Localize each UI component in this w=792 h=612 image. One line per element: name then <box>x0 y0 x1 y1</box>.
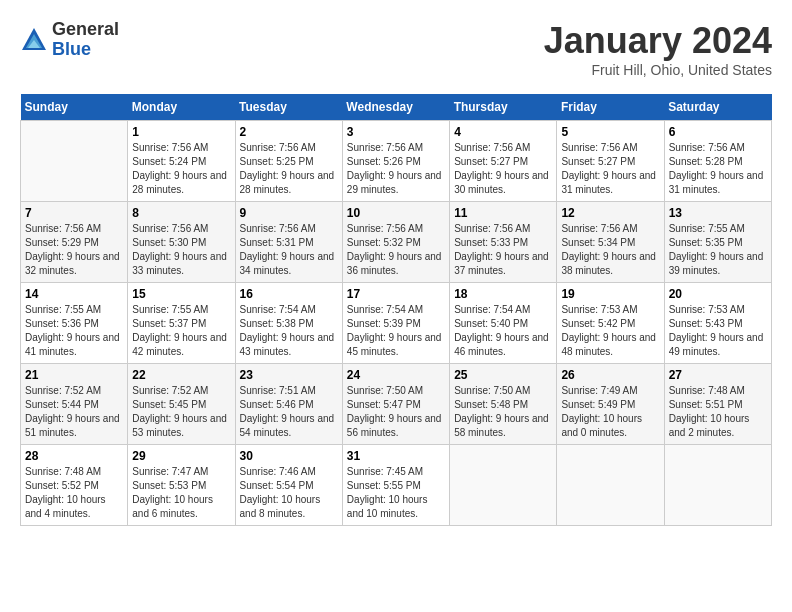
day-number: 5 <box>561 125 659 139</box>
day-number: 18 <box>454 287 552 301</box>
table-row: 16Sunrise: 7:54 AMSunset: 5:38 PMDayligh… <box>235 283 342 364</box>
table-row: 17Sunrise: 7:54 AMSunset: 5:39 PMDayligh… <box>342 283 449 364</box>
table-row: 2Sunrise: 7:56 AMSunset: 5:25 PMDaylight… <box>235 121 342 202</box>
day-info: Sunrise: 7:54 AMSunset: 5:40 PMDaylight:… <box>454 303 552 359</box>
logo-general-text: General <box>52 19 119 39</box>
day-info: Sunrise: 7:50 AMSunset: 5:48 PMDaylight:… <box>454 384 552 440</box>
page-header: General Blue January 2024 Fruit Hill, Oh… <box>20 20 772 78</box>
title-section: January 2024 Fruit Hill, Ohio, United St… <box>544 20 772 78</box>
table-row: 7Sunrise: 7:56 AMSunset: 5:29 PMDaylight… <box>21 202 128 283</box>
calendar-title: January 2024 <box>544 20 772 62</box>
table-row: 24Sunrise: 7:50 AMSunset: 5:47 PMDayligh… <box>342 364 449 445</box>
day-number: 2 <box>240 125 338 139</box>
day-info: Sunrise: 7:56 AMSunset: 5:32 PMDaylight:… <box>347 222 445 278</box>
table-row: 27Sunrise: 7:48 AMSunset: 5:51 PMDayligh… <box>664 364 771 445</box>
table-row: 13Sunrise: 7:55 AMSunset: 5:35 PMDayligh… <box>664 202 771 283</box>
day-info: Sunrise: 7:53 AMSunset: 5:42 PMDaylight:… <box>561 303 659 359</box>
table-row: 26Sunrise: 7:49 AMSunset: 5:49 PMDayligh… <box>557 364 664 445</box>
day-number: 22 <box>132 368 230 382</box>
day-number: 11 <box>454 206 552 220</box>
table-row: 31Sunrise: 7:45 AMSunset: 5:55 PMDayligh… <box>342 445 449 526</box>
calendar-week-3: 14Sunrise: 7:55 AMSunset: 5:36 PMDayligh… <box>21 283 772 364</box>
day-header-sunday: Sunday <box>21 94 128 121</box>
day-header-friday: Friday <box>557 94 664 121</box>
day-info: Sunrise: 7:56 AMSunset: 5:27 PMDaylight:… <box>561 141 659 197</box>
day-number: 20 <box>669 287 767 301</box>
day-number: 23 <box>240 368 338 382</box>
logo-icon <box>20 26 48 54</box>
day-number: 4 <box>454 125 552 139</box>
day-number: 15 <box>132 287 230 301</box>
day-info: Sunrise: 7:52 AMSunset: 5:45 PMDaylight:… <box>132 384 230 440</box>
day-header-saturday: Saturday <box>664 94 771 121</box>
day-number: 12 <box>561 206 659 220</box>
day-info: Sunrise: 7:56 AMSunset: 5:25 PMDaylight:… <box>240 141 338 197</box>
day-header-tuesday: Tuesday <box>235 94 342 121</box>
table-row: 5Sunrise: 7:56 AMSunset: 5:27 PMDaylight… <box>557 121 664 202</box>
day-number: 17 <box>347 287 445 301</box>
day-number: 29 <box>132 449 230 463</box>
day-info: Sunrise: 7:45 AMSunset: 5:55 PMDaylight:… <box>347 465 445 521</box>
day-info: Sunrise: 7:56 AMSunset: 5:33 PMDaylight:… <box>454 222 552 278</box>
calendar-week-5: 28Sunrise: 7:48 AMSunset: 5:52 PMDayligh… <box>21 445 772 526</box>
day-info: Sunrise: 7:56 AMSunset: 5:29 PMDaylight:… <box>25 222 123 278</box>
day-info: Sunrise: 7:56 AMSunset: 5:28 PMDaylight:… <box>669 141 767 197</box>
logo: General Blue <box>20 20 119 60</box>
table-row: 20Sunrise: 7:53 AMSunset: 5:43 PMDayligh… <box>664 283 771 364</box>
day-number: 6 <box>669 125 767 139</box>
table-row: 19Sunrise: 7:53 AMSunset: 5:42 PMDayligh… <box>557 283 664 364</box>
table-row <box>450 445 557 526</box>
day-number: 10 <box>347 206 445 220</box>
table-row: 9Sunrise: 7:56 AMSunset: 5:31 PMDaylight… <box>235 202 342 283</box>
day-info: Sunrise: 7:49 AMSunset: 5:49 PMDaylight:… <box>561 384 659 440</box>
day-header-monday: Monday <box>128 94 235 121</box>
table-row <box>557 445 664 526</box>
day-info: Sunrise: 7:50 AMSunset: 5:47 PMDaylight:… <box>347 384 445 440</box>
header-row: SundayMondayTuesdayWednesdayThursdayFrid… <box>21 94 772 121</box>
day-number: 31 <box>347 449 445 463</box>
day-number: 27 <box>669 368 767 382</box>
table-row: 12Sunrise: 7:56 AMSunset: 5:34 PMDayligh… <box>557 202 664 283</box>
table-row: 10Sunrise: 7:56 AMSunset: 5:32 PMDayligh… <box>342 202 449 283</box>
day-info: Sunrise: 7:56 AMSunset: 5:24 PMDaylight:… <box>132 141 230 197</box>
table-row: 6Sunrise: 7:56 AMSunset: 5:28 PMDaylight… <box>664 121 771 202</box>
day-info: Sunrise: 7:55 AMSunset: 5:37 PMDaylight:… <box>132 303 230 359</box>
calendar-week-1: 1Sunrise: 7:56 AMSunset: 5:24 PMDaylight… <box>21 121 772 202</box>
table-row: 29Sunrise: 7:47 AMSunset: 5:53 PMDayligh… <box>128 445 235 526</box>
table-row: 1Sunrise: 7:56 AMSunset: 5:24 PMDaylight… <box>128 121 235 202</box>
day-info: Sunrise: 7:56 AMSunset: 5:30 PMDaylight:… <box>132 222 230 278</box>
calendar-week-2: 7Sunrise: 7:56 AMSunset: 5:29 PMDaylight… <box>21 202 772 283</box>
day-info: Sunrise: 7:54 AMSunset: 5:38 PMDaylight:… <box>240 303 338 359</box>
day-number: 28 <box>25 449 123 463</box>
table-row <box>664 445 771 526</box>
table-row: 30Sunrise: 7:46 AMSunset: 5:54 PMDayligh… <box>235 445 342 526</box>
day-info: Sunrise: 7:56 AMSunset: 5:27 PMDaylight:… <box>454 141 552 197</box>
table-row: 18Sunrise: 7:54 AMSunset: 5:40 PMDayligh… <box>450 283 557 364</box>
table-row: 25Sunrise: 7:50 AMSunset: 5:48 PMDayligh… <box>450 364 557 445</box>
day-number: 26 <box>561 368 659 382</box>
day-number: 1 <box>132 125 230 139</box>
table-row: 22Sunrise: 7:52 AMSunset: 5:45 PMDayligh… <box>128 364 235 445</box>
day-info: Sunrise: 7:52 AMSunset: 5:44 PMDaylight:… <box>25 384 123 440</box>
day-number: 8 <box>132 206 230 220</box>
day-number: 3 <box>347 125 445 139</box>
day-number: 21 <box>25 368 123 382</box>
day-info: Sunrise: 7:51 AMSunset: 5:46 PMDaylight:… <box>240 384 338 440</box>
table-row: 8Sunrise: 7:56 AMSunset: 5:30 PMDaylight… <box>128 202 235 283</box>
day-info: Sunrise: 7:48 AMSunset: 5:52 PMDaylight:… <box>25 465 123 521</box>
day-info: Sunrise: 7:55 AMSunset: 5:35 PMDaylight:… <box>669 222 767 278</box>
day-info: Sunrise: 7:54 AMSunset: 5:39 PMDaylight:… <box>347 303 445 359</box>
day-number: 19 <box>561 287 659 301</box>
table-row <box>21 121 128 202</box>
day-info: Sunrise: 7:56 AMSunset: 5:26 PMDaylight:… <box>347 141 445 197</box>
day-number: 13 <box>669 206 767 220</box>
day-number: 9 <box>240 206 338 220</box>
day-number: 7 <box>25 206 123 220</box>
day-info: Sunrise: 7:56 AMSunset: 5:31 PMDaylight:… <box>240 222 338 278</box>
day-header-wednesday: Wednesday <box>342 94 449 121</box>
day-header-thursday: Thursday <box>450 94 557 121</box>
day-number: 25 <box>454 368 552 382</box>
day-info: Sunrise: 7:53 AMSunset: 5:43 PMDaylight:… <box>669 303 767 359</box>
calendar-table: SundayMondayTuesdayWednesdayThursdayFrid… <box>20 94 772 526</box>
table-row: 14Sunrise: 7:55 AMSunset: 5:36 PMDayligh… <box>21 283 128 364</box>
